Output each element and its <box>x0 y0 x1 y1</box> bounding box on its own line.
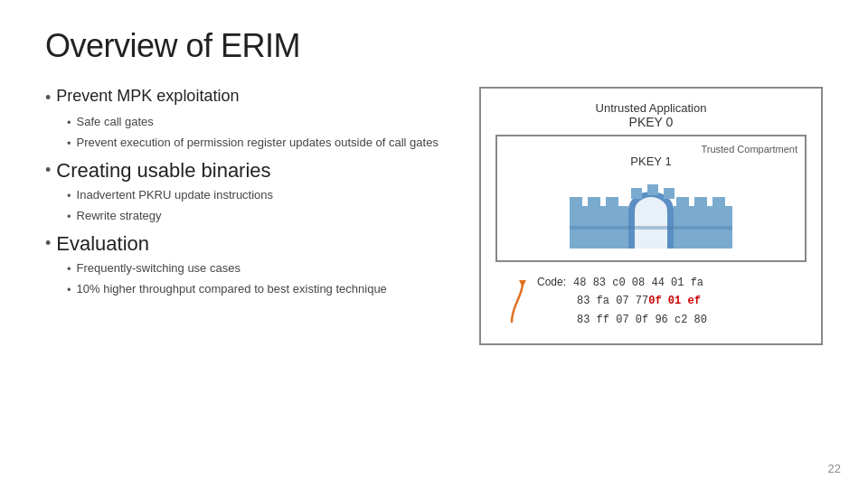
diagram-header: Untrusted Application PKEY 0 <box>495 101 807 129</box>
bullet-3-text: • Evaluation <box>45 232 461 256</box>
trusted-label: Trusted Compartment <box>505 144 797 155</box>
sub-dot-2: • <box>67 135 71 153</box>
code-line-3: 83 ff 07 0f 96 c2 80 <box>577 311 707 329</box>
sub-dot-1: • <box>67 114 71 132</box>
bullet-2-label: Creating usable binaries <box>56 159 270 183</box>
content-area: • Prevent MPK exploitation • Safe call g… <box>45 87 823 345</box>
svg-rect-10 <box>676 197 689 210</box>
pkey0-label: PKEY 0 <box>495 115 807 129</box>
bullet-3-dot: • <box>45 232 51 255</box>
svg-rect-15 <box>664 188 675 199</box>
code-row-2: 83 fa 07 77 0f 01 ef <box>537 292 707 310</box>
svg-rect-4 <box>635 212 667 249</box>
sub-3-label: Inadvertent PKRU update instructions <box>77 186 274 204</box>
svg-rect-14 <box>647 184 658 195</box>
page-title: Overview of ERIM <box>45 27 823 65</box>
sub-dot-6: • <box>67 281 71 299</box>
sub-6-label: 10% higher throughput compared to best e… <box>77 280 387 298</box>
svg-marker-17 <box>519 280 526 287</box>
sub-dot-3: • <box>67 187 71 205</box>
sub-2-label: Prevent execution of permission register… <box>77 134 439 152</box>
svg-rect-9 <box>606 197 618 210</box>
bullet-1-dot: • <box>45 87 51 109</box>
page-number: 22 <box>828 462 841 475</box>
arrow-svg <box>495 278 528 324</box>
castle-svg <box>561 172 741 253</box>
inner-box: Trusted Compartment PKEY 1 <box>495 135 807 262</box>
svg-rect-13 <box>631 188 642 199</box>
bullet-1-text: • Prevent MPK exploitation <box>45 87 461 109</box>
code-area: Code: 48 83 c0 08 44 01 fa 83 fa 07 77 0… <box>495 273 807 329</box>
bullet-3-sub-1: • Frequently-switching use cases <box>67 259 461 278</box>
code-label: Code: <box>537 273 566 291</box>
slide: Overview of ERIM • Prevent MPK exploitat… <box>0 0 868 488</box>
code-line-2a: 83 fa 07 77 <box>577 292 648 310</box>
bullet-2-text: • Creating usable binaries <box>45 159 461 183</box>
diagram-box: Untrusted Application PKEY 0 Trusted Com… <box>479 87 823 345</box>
svg-rect-12 <box>712 197 725 210</box>
bullet-2-sub-1: • Inadvertent PKRU update instructions <box>67 186 461 205</box>
code-line-1: 48 83 c0 08 44 01 fa <box>573 274 703 292</box>
pkey1-label: PKEY 1 <box>505 155 797 168</box>
code-line-2b: 0f 01 ef <box>648 292 701 310</box>
bullet-2-dot: • <box>45 159 51 182</box>
right-column: Untrusted Application PKEY 0 Trusted Com… <box>479 87 823 345</box>
castle-area <box>505 172 797 253</box>
bullet-1-sub-1: • Safe call gates <box>67 113 461 132</box>
left-column: • Prevent MPK exploitation • Safe call g… <box>45 87 461 305</box>
bullet-2: • Creating usable binaries • Inadvertent… <box>45 159 461 225</box>
bullet-3-sub-2: • 10% higher throughput compared to best… <box>67 280 461 299</box>
bullet-1-label: Prevent MPK exploitation <box>56 87 239 106</box>
code-row-label: Code: 48 83 c0 08 44 01 fa <box>537 273 707 292</box>
sub-5-label: Frequently-switching use cases <box>77 259 241 277</box>
code-block: Code: 48 83 c0 08 44 01 fa 83 fa 07 77 0… <box>537 273 707 329</box>
svg-rect-11 <box>694 197 707 210</box>
arrow-area <box>495 278 528 324</box>
sub-dot-5: • <box>67 260 71 278</box>
sub-1-label: Safe call gates <box>77 113 154 131</box>
code-row-3: 83 ff 07 0f 96 c2 80 <box>537 311 707 329</box>
svg-rect-8 <box>588 197 600 210</box>
svg-rect-16 <box>570 226 732 230</box>
svg-rect-7 <box>570 197 582 210</box>
bullet-1: • Prevent MPK exploitation • Safe call g… <box>45 87 461 152</box>
bullet-3: • Evaluation • Frequently-switching use … <box>45 232 461 298</box>
untrusted-label: Untrusted Application <box>495 101 807 115</box>
sub-4-label: Rewrite strategy <box>77 207 162 225</box>
bullet-1-sub-2: • Prevent execution of permission regist… <box>67 134 461 153</box>
sub-dot-4: • <box>67 208 71 226</box>
bullet-3-label: Evaluation <box>56 232 149 256</box>
bullet-2-sub-2: • Rewrite strategy <box>67 207 461 226</box>
